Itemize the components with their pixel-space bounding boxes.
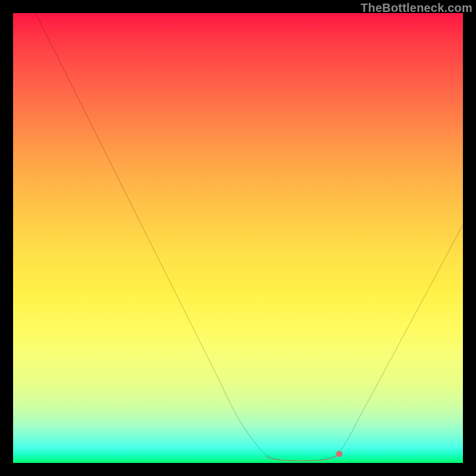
flat-bottom-highlight [265, 456, 337, 461]
watermark-text: TheBottleneck.com [361, 1, 472, 15]
bottleneck-curve [36, 13, 463, 461]
highlight-endpoint [336, 451, 343, 458]
bottleneck-curve-svg [13, 13, 463, 463]
chart-frame: TheBottleneck.com [0, 0, 476, 476]
